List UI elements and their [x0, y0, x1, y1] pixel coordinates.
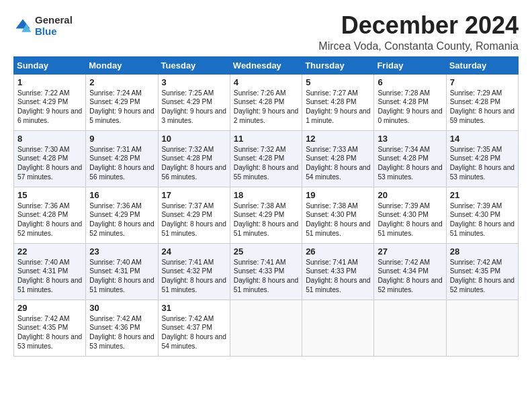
- day-number: 20: [378, 190, 442, 200]
- cell-info: Sunrise: 7:24 AMSunset: 4:29 PMDaylight:…: [89, 89, 154, 124]
- cell-info: Sunrise: 7:32 AMSunset: 4:28 PMDaylight:…: [234, 146, 298, 181]
- day-number: 25: [234, 246, 298, 257]
- table-row: 11Sunrise: 7:32 AMSunset: 4:28 PMDayligh…: [230, 130, 302, 187]
- day-number: 15: [17, 190, 82, 200]
- cell-info: Sunrise: 7:42 AMSunset: 4:37 PMDaylight:…: [162, 315, 226, 350]
- cell-info: Sunrise: 7:42 AMSunset: 4:35 PMDaylight:…: [450, 259, 515, 293]
- header: General Blue December 2024 Mircea Voda, …: [13, 12, 519, 52]
- cell-info: Sunrise: 7:36 AMSunset: 4:28 PMDaylight:…: [17, 202, 82, 237]
- table-row: 21Sunrise: 7:39 AMSunset: 4:30 PMDayligh…: [446, 187, 518, 243]
- cell-info: Sunrise: 7:33 AMSunset: 4:28 PMDaylight:…: [306, 146, 370, 181]
- calendar-week-row: 1Sunrise: 7:22 AMSunset: 4:29 PMDaylight…: [14, 74, 519, 130]
- day-number: 6: [378, 77, 442, 87]
- day-number: 24: [162, 246, 226, 257]
- day-number: 9: [89, 134, 154, 144]
- table-row: 18Sunrise: 7:38 AMSunset: 4:29 PMDayligh…: [230, 187, 302, 243]
- logo-blue: Blue: [35, 26, 73, 38]
- cell-info: Sunrise: 7:32 AMSunset: 4:28 PMDaylight:…: [162, 146, 226, 181]
- day-number: 14: [450, 134, 515, 144]
- cell-info: Sunrise: 7:30 AMSunset: 4:28 PMDaylight:…: [17, 146, 82, 181]
- col-monday: Monday: [86, 56, 158, 74]
- table-row: 9Sunrise: 7:31 AMSunset: 4:28 PMDaylight…: [86, 130, 158, 187]
- table-row: 7Sunrise: 7:29 AMSunset: 4:28 PMDaylight…: [446, 74, 518, 130]
- col-saturday: Saturday: [446, 56, 518, 74]
- cell-info: Sunrise: 7:40 AMSunset: 4:31 PMDaylight:…: [17, 259, 82, 293]
- calendar-week-row: 29Sunrise: 7:42 AMSunset: 4:35 PMDayligh…: [14, 300, 519, 356]
- table-row: 6Sunrise: 7:28 AMSunset: 4:28 PMDaylight…: [374, 74, 446, 130]
- day-number: 5: [306, 77, 370, 87]
- cell-info: Sunrise: 7:40 AMSunset: 4:31 PMDaylight:…: [89, 259, 154, 293]
- day-number: 29: [17, 303, 82, 313]
- table-row: [302, 300, 374, 356]
- table-row: 31Sunrise: 7:42 AMSunset: 4:37 PMDayligh…: [158, 300, 230, 356]
- table-row: 8Sunrise: 7:30 AMSunset: 4:28 PMDaylight…: [14, 130, 86, 187]
- table-row: 1Sunrise: 7:22 AMSunset: 4:29 PMDaylight…: [14, 74, 86, 130]
- table-row: 22Sunrise: 7:40 AMSunset: 4:31 PMDayligh…: [14, 243, 86, 300]
- table-row: 27Sunrise: 7:42 AMSunset: 4:34 PMDayligh…: [374, 243, 446, 300]
- cell-info: Sunrise: 7:26 AMSunset: 4:28 PMDaylight:…: [234, 89, 298, 124]
- table-row: 23Sunrise: 7:40 AMSunset: 4:31 PMDayligh…: [86, 243, 158, 300]
- logo-text: General Blue: [35, 15, 73, 37]
- cell-info: Sunrise: 7:28 AMSunset: 4:28 PMDaylight:…: [378, 89, 442, 124]
- table-row: 29Sunrise: 7:42 AMSunset: 4:35 PMDayligh…: [14, 300, 86, 356]
- cell-info: Sunrise: 7:29 AMSunset: 4:28 PMDaylight:…: [450, 89, 515, 124]
- day-number: 28: [450, 246, 515, 257]
- cell-info: Sunrise: 7:35 AMSunset: 4:28 PMDaylight:…: [450, 146, 515, 181]
- table-row: 12Sunrise: 7:33 AMSunset: 4:28 PMDayligh…: [302, 130, 374, 187]
- day-number: 19: [306, 190, 370, 200]
- day-number: 31: [162, 303, 226, 313]
- cell-info: Sunrise: 7:31 AMSunset: 4:28 PMDaylight:…: [89, 146, 154, 181]
- calendar-table: Sunday Monday Tuesday Wednesday Thursday…: [13, 56, 519, 357]
- day-number: 2: [89, 77, 154, 87]
- day-number: 22: [17, 246, 82, 257]
- day-number: 21: [450, 190, 515, 200]
- day-number: 4: [234, 77, 298, 87]
- table-row: [230, 300, 302, 356]
- table-row: 13Sunrise: 7:34 AMSunset: 4:28 PMDayligh…: [374, 130, 446, 187]
- day-number: 3: [162, 77, 226, 87]
- title-block: December 2024 Mircea Voda, Constanta Cou…: [318, 12, 519, 52]
- logo: General Blue: [13, 15, 73, 37]
- day-number: 23: [89, 246, 154, 257]
- day-number: 17: [162, 190, 226, 200]
- cell-info: Sunrise: 7:37 AMSunset: 4:29 PMDaylight:…: [162, 202, 226, 237]
- day-number: 10: [162, 134, 226, 144]
- cell-info: Sunrise: 7:36 AMSunset: 4:29 PMDaylight:…: [89, 202, 154, 237]
- logo-general: General: [35, 15, 73, 26]
- table-row: 26Sunrise: 7:41 AMSunset: 4:33 PMDayligh…: [302, 243, 374, 300]
- cell-info: Sunrise: 7:42 AMSunset: 4:35 PMDaylight:…: [17, 315, 82, 350]
- logo-icon: [13, 17, 32, 36]
- day-number: 30: [89, 303, 154, 313]
- cell-info: Sunrise: 7:22 AMSunset: 4:29 PMDaylight:…: [17, 89, 82, 124]
- table-row: 10Sunrise: 7:32 AMSunset: 4:28 PMDayligh…: [158, 130, 230, 187]
- day-number: 18: [234, 190, 298, 200]
- cell-info: Sunrise: 7:34 AMSunset: 4:28 PMDaylight:…: [378, 146, 442, 181]
- calendar-week-row: 22Sunrise: 7:40 AMSunset: 4:31 PMDayligh…: [14, 243, 519, 300]
- cell-info: Sunrise: 7:41 AMSunset: 4:32 PMDaylight:…: [162, 259, 226, 293]
- cell-info: Sunrise: 7:38 AMSunset: 4:29 PMDaylight:…: [234, 202, 298, 237]
- cell-info: Sunrise: 7:27 AMSunset: 4:28 PMDaylight:…: [306, 89, 370, 124]
- cell-info: Sunrise: 7:41 AMSunset: 4:33 PMDaylight:…: [234, 259, 298, 293]
- col-friday: Friday: [374, 56, 446, 74]
- cell-info: Sunrise: 7:25 AMSunset: 4:29 PMDaylight:…: [162, 89, 226, 124]
- cell-info: Sunrise: 7:41 AMSunset: 4:33 PMDaylight:…: [306, 259, 370, 293]
- cell-info: Sunrise: 7:39 AMSunset: 4:30 PMDaylight:…: [450, 202, 515, 237]
- cell-info: Sunrise: 7:42 AMSunset: 4:36 PMDaylight:…: [89, 315, 154, 350]
- table-row: 17Sunrise: 7:37 AMSunset: 4:29 PMDayligh…: [158, 187, 230, 243]
- table-row: 5Sunrise: 7:27 AMSunset: 4:28 PMDaylight…: [302, 74, 374, 130]
- cell-info: Sunrise: 7:38 AMSunset: 4:30 PMDaylight:…: [306, 202, 370, 237]
- col-thursday: Thursday: [302, 56, 374, 74]
- col-sunday: Sunday: [14, 56, 86, 74]
- table-row: 24Sunrise: 7:41 AMSunset: 4:32 PMDayligh…: [158, 243, 230, 300]
- table-row: 30Sunrise: 7:42 AMSunset: 4:36 PMDayligh…: [86, 300, 158, 356]
- cell-info: Sunrise: 7:42 AMSunset: 4:34 PMDaylight:…: [378, 259, 442, 293]
- col-wednesday: Wednesday: [230, 56, 302, 74]
- cell-info: Sunrise: 7:39 AMSunset: 4:30 PMDaylight:…: [378, 202, 442, 237]
- table-row: 14Sunrise: 7:35 AMSunset: 4:28 PMDayligh…: [446, 130, 518, 187]
- day-number: 13: [378, 134, 442, 144]
- day-number: 27: [378, 246, 442, 257]
- table-row: 3Sunrise: 7:25 AMSunset: 4:29 PMDaylight…: [158, 74, 230, 130]
- table-row: [374, 300, 446, 356]
- day-number: 7: [450, 77, 515, 87]
- table-row: 20Sunrise: 7:39 AMSunset: 4:30 PMDayligh…: [374, 187, 446, 243]
